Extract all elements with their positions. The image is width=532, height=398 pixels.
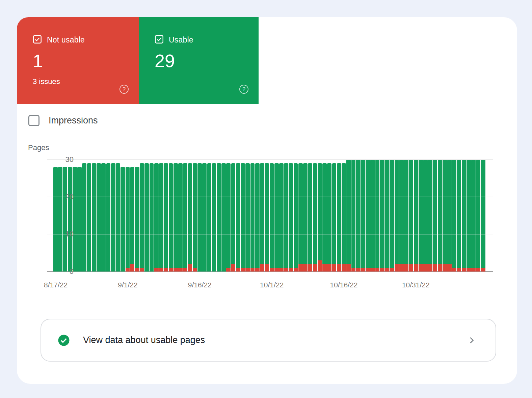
chart-bar[interactable]: [202, 160, 207, 272]
chart-bar[interactable]: [457, 160, 461, 272]
chart-bar[interactable]: [390, 160, 394, 272]
chart-bar[interactable]: [476, 160, 481, 272]
chart-bar[interactable]: [289, 160, 293, 272]
chart-bar[interactable]: [221, 160, 226, 272]
chart-bar[interactable]: [87, 160, 91, 272]
chart-bar[interactable]: [169, 160, 173, 272]
chart-bar[interactable]: [77, 160, 82, 272]
chart-bar[interactable]: [159, 160, 163, 272]
chart-bar[interactable]: [380, 160, 384, 272]
chart-bar[interactable]: [298, 160, 303, 272]
chart-bar[interactable]: [236, 160, 240, 272]
chart-bar[interactable]: [226, 160, 231, 272]
chart-bar[interactable]: [467, 160, 471, 272]
chart-bar[interactable]: [212, 160, 216, 272]
chart-bar[interactable]: [481, 160, 485, 272]
chart-bar[interactable]: [318, 160, 322, 272]
chart-bar[interactable]: [438, 160, 442, 272]
chart-bar[interactable]: [274, 160, 279, 272]
chart-bar[interactable]: [255, 160, 260, 272]
chart-bar[interactable]: [183, 160, 187, 272]
chart-bar[interactable]: [385, 160, 389, 272]
chart-bar[interactable]: [106, 160, 111, 272]
chart-bar[interactable]: [130, 160, 135, 272]
chart-bar[interactable]: [193, 160, 197, 272]
chart-bar[interactable]: [150, 160, 154, 272]
chart-bar[interactable]: [58, 160, 62, 272]
impressions-checkbox-unchecked-icon[interactable]: [28, 115, 39, 126]
chart-bar[interactable]: [250, 160, 255, 272]
chart-bar[interactable]: [322, 160, 327, 272]
chart-bar[interactable]: [279, 160, 284, 272]
chart-bar[interactable]: [409, 160, 413, 272]
not-usable-help-icon[interactable]: ?: [119, 85, 129, 94]
chart-bar[interactable]: [404, 160, 408, 272]
chart-bar[interactable]: [140, 160, 144, 272]
chart-bar[interactable]: [399, 160, 404, 272]
chart-bar[interactable]: [174, 160, 178, 272]
usable-help-icon[interactable]: ?: [239, 85, 248, 94]
chart-bar[interactable]: [433, 160, 437, 272]
chart-bar[interactable]: [231, 160, 236, 272]
chart-bar[interactable]: [308, 160, 312, 272]
view-usable-pages-banner[interactable]: View data about usable pages: [41, 319, 496, 362]
chart-bar[interactable]: [443, 160, 447, 272]
chart-bar[interactable]: [447, 160, 452, 272]
chart-bar[interactable]: [121, 160, 125, 272]
chart-bar[interactable]: [284, 160, 288, 272]
chart-bar[interactable]: [452, 160, 456, 272]
chart-bar[interactable]: [197, 160, 202, 272]
chart-bar[interactable]: [423, 160, 428, 272]
impressions-toggle[interactable]: Impressions: [28, 115, 98, 126]
chart-bar[interactable]: [294, 160, 298, 272]
chart-bar[interactable]: [207, 160, 212, 272]
chart-bar[interactable]: [356, 160, 361, 272]
chart-bar[interactable]: [471, 160, 476, 272]
usable-summary-card[interactable]: Usable 29 ?: [139, 17, 259, 104]
chart-bar[interactable]: [313, 160, 317, 272]
chart-bar[interactable]: [111, 160, 115, 272]
chart-bar[interactable]: [332, 160, 337, 272]
chart-bar[interactable]: [53, 160, 58, 272]
chart-bar[interactable]: [414, 160, 418, 272]
chart-bar[interactable]: [217, 160, 221, 272]
chart-bar[interactable]: [361, 160, 365, 272]
chart-bar[interactable]: [164, 160, 168, 272]
chart-bar[interactable]: [82, 160, 86, 272]
not-usable-summary-card[interactable]: Not usable 1 3 issues ?: [17, 17, 139, 104]
chart-bar[interactable]: [419, 160, 423, 272]
chart-bar[interactable]: [144, 160, 149, 272]
chart-bar[interactable]: [73, 160, 77, 272]
chart-bar[interactable]: [101, 160, 106, 272]
chart-bar[interactable]: [245, 160, 250, 272]
chart-bar[interactable]: [188, 160, 192, 272]
chart-bar[interactable]: [428, 160, 432, 272]
chart-bar[interactable]: [97, 160, 101, 272]
chart-bar[interactable]: [116, 160, 120, 272]
chart-bar[interactable]: [375, 160, 380, 272]
chart-bar[interactable]: [370, 160, 375, 272]
chart-bar[interactable]: [366, 160, 370, 272]
chart-bar[interactable]: [346, 160, 351, 272]
chart-bar[interactable]: [154, 160, 159, 272]
chart-bar[interactable]: [178, 160, 183, 272]
chart-bar[interactable]: [63, 160, 67, 272]
chart-bar[interactable]: [126, 160, 130, 272]
chart-bar[interactable]: [351, 160, 356, 272]
usable-checkbox-checked-icon[interactable]: [155, 35, 164, 45]
chart-bar[interactable]: [327, 160, 331, 272]
chart-bar[interactable]: [92, 160, 96, 272]
not-usable-checkbox-checked-icon[interactable]: [33, 35, 42, 45]
chart-bar[interactable]: [342, 160, 346, 272]
chevron-right-icon[interactable]: [467, 336, 476, 345]
chart-bar[interactable]: [395, 160, 399, 272]
chart-bar[interactable]: [260, 160, 264, 272]
chart-bar[interactable]: [241, 160, 245, 272]
chart-bar[interactable]: [303, 160, 308, 272]
chart-bar[interactable]: [68, 160, 72, 272]
chart-bar[interactable]: [270, 160, 274, 272]
chart-bar[interactable]: [135, 160, 139, 272]
chart-bar[interactable]: [462, 160, 466, 272]
chart-bar[interactable]: [337, 160, 341, 272]
chart-bar[interactable]: [265, 160, 269, 272]
